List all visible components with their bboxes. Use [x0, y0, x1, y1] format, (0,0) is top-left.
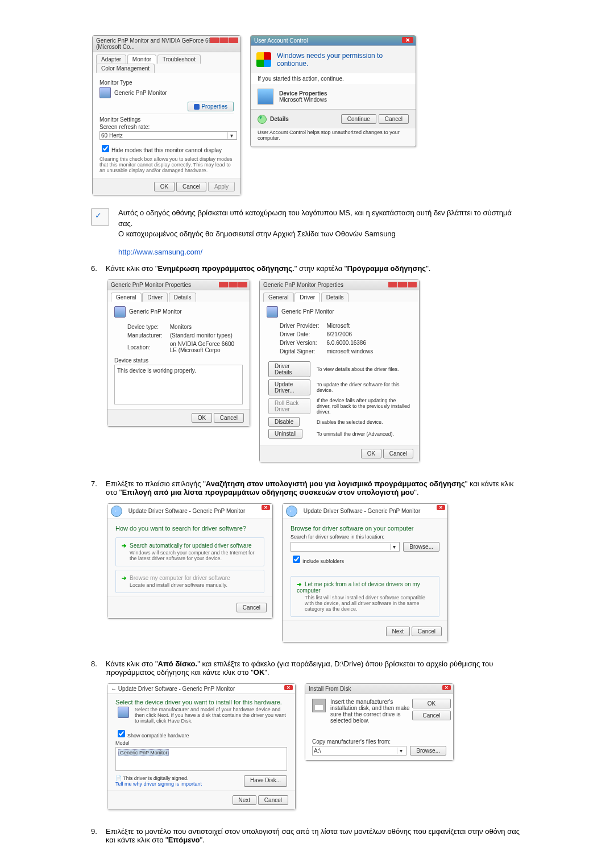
option-browse-computer[interactable]: ➔Browse my computer for driver software …	[115, 570, 264, 593]
tab-color-management[interactable]: Color Management	[96, 64, 155, 73]
monitor-type-label: Monitor Type	[99, 80, 234, 86]
chevron-down-icon: ▾	[397, 748, 405, 754]
next-button[interactable]: Next	[386, 627, 410, 636]
uac-title: User Account Control	[254, 37, 308, 44]
refresh-rate-label: Screen refresh rate:	[99, 124, 234, 130]
dialog-titlebar: Generic PnP Monitor Properties	[260, 280, 419, 290]
browse-button[interactable]: Browse...	[410, 746, 446, 756]
info-note: Αυτός ο οδηγός οθόνης βρίσκεται υπό κατο…	[91, 208, 523, 257]
cancel-button[interactable]: Cancel	[383, 449, 413, 458]
tab-details[interactable]: Details	[321, 293, 349, 302]
properties-general-dialog: Generic PnP Monitor Properties General D…	[107, 279, 250, 427]
tab-monitor[interactable]: Monitor	[127, 55, 156, 64]
uac-publisher: Microsoft Windows	[279, 97, 327, 103]
update-driver-wizard-browse: ← Update Driver Software - Generic PnP M…	[282, 503, 448, 642]
uac-titlebar: User Account Control ✕	[251, 36, 416, 46]
option-search-auto[interactable]: ➔Search automatically for updated driver…	[115, 537, 264, 566]
uninstall-button[interactable]: Uninstall	[268, 429, 302, 439]
chevron-down-icon: ▾	[390, 544, 398, 550]
uac-help-text: User Account Control helps stop unauthor…	[251, 128, 416, 147]
driver-details-button[interactable]: Driver Details	[268, 361, 310, 377]
include-subfolders-checkbox[interactable]	[293, 556, 300, 563]
back-icon[interactable]: ←	[111, 686, 117, 692]
uac-shield-icon	[256, 52, 271, 67]
device-status-box: This device is working properly.	[114, 365, 243, 404]
monitor-icon	[114, 306, 126, 318]
tab-adapter[interactable]: Adapter	[96, 55, 126, 64]
hide-modes-checkbox[interactable]	[102, 145, 109, 152]
update-driver-wizard-search: ← Update Driver Software - Generic PnP M…	[107, 503, 273, 619]
ok-button[interactable]: OK	[361, 449, 381, 458]
properties-button[interactable]: Properties	[188, 102, 234, 111]
ok-button[interactable]: OK	[192, 413, 212, 423]
location-combo[interactable]: ▾	[291, 542, 400, 552]
apply-button[interactable]: Apply	[208, 182, 235, 191]
browse-button[interactable]: Browse...	[403, 542, 439, 552]
tab-driver[interactable]: Driver	[294, 293, 320, 302]
note-check-icon	[91, 208, 109, 226]
ok-button[interactable]: OK	[154, 182, 175, 191]
tab-driver[interactable]: Driver	[142, 293, 168, 302]
monitor-icon	[118, 707, 129, 718]
close-icon[interactable]: ✕	[437, 505, 445, 510]
refresh-rate-select[interactable]: 60 Hertz▾	[99, 131, 237, 140]
next-button[interactable]: Next	[233, 795, 257, 805]
signing-info-link[interactable]: Tell me why driver signing is important	[115, 781, 202, 787]
wizard-question: How do you want to search for driver sof…	[107, 519, 272, 534]
window-buttons	[388, 282, 417, 289]
back-icon[interactable]: ←	[286, 506, 297, 517]
dialog-titlebar: Generic PnP Monitor Properties	[107, 280, 250, 290]
show-compatible-checkbox[interactable]	[118, 730, 125, 737]
wizard-heading: Browse for driver software on your compu…	[283, 519, 447, 534]
option-pick-from-list[interactable]: ➔Let me pick from a list of device drive…	[291, 576, 439, 617]
update-driver-button[interactable]: Update Driver...	[268, 379, 310, 395]
model-item[interactable]: Generic PnP Monitor	[118, 749, 169, 756]
close-icon[interactable]: ✕	[262, 505, 270, 510]
have-disk-button[interactable]: Have Disk...	[244, 775, 287, 787]
cancel-button[interactable]: Cancel	[176, 182, 206, 191]
close-icon[interactable]: ✕	[402, 37, 413, 43]
tab-details[interactable]: Details	[169, 293, 197, 302]
select-device-driver-dialog: ← Update Driver Software - Generic PnP M…	[107, 683, 296, 810]
cancel-button[interactable]: Cancel	[412, 627, 442, 636]
window-buttons	[209, 37, 238, 44]
back-icon[interactable]: ←	[111, 506, 122, 517]
floppy-icon	[312, 699, 326, 712]
samsung-link[interactable]: http://www.samsung.com/	[118, 248, 202, 256]
install-from-disk-dialog: Install From Disk ✕ Insert the manufactu…	[305, 683, 454, 761]
disable-button[interactable]: Disable	[268, 417, 300, 427]
uac-details-label[interactable]: Details	[270, 116, 341, 122]
tab-general[interactable]: General	[111, 293, 142, 302]
close-icon[interactable]: ✕	[284, 685, 293, 690]
path-combo[interactable]: A:\▾	[312, 746, 406, 756]
hide-modes-hint: Clearing this check box allows you to se…	[99, 156, 234, 173]
tab-troubleshoot[interactable]: Troubleshoot	[157, 55, 201, 64]
roll-back-driver-button[interactable]: Roll Back Driver	[268, 398, 310, 414]
continue-button[interactable]: Continue	[341, 114, 376, 124]
step-7: 7. Επιλέξτε το πλαίσιο επιλογής "Αναζήτη…	[91, 479, 523, 644]
cancel-button[interactable]: Cancel	[412, 711, 451, 720]
wizard-heading: Select the device driver you want to ins…	[107, 694, 295, 707]
uac-program-name: Device Properties	[279, 90, 327, 97]
top-screenshots-row: Generic PnP Monitor and NVIDIA GeForce 6…	[91, 34, 523, 197]
uac-started-text: If you started this action, continue.	[251, 73, 416, 84]
cancel-button[interactable]: Cancel	[237, 603, 267, 612]
chevron-down-icon: ▾	[227, 132, 235, 139]
arrow-icon: ➔	[297, 581, 301, 587]
close-icon[interactable]: ✕	[442, 685, 451, 690]
properties-driver-dialog: Generic PnP Monitor Properties General D…	[259, 279, 420, 462]
cancel-button[interactable]: Cancel	[214, 413, 244, 423]
arrow-icon: ➔	[122, 542, 126, 549]
cancel-button[interactable]: Cancel	[258, 795, 288, 805]
cancel-button[interactable]: Cancel	[379, 114, 409, 124]
model-listbox[interactable]: Generic PnP Monitor	[115, 747, 287, 771]
hide-modes-label: Hide modes that this monitor cannot disp…	[111, 147, 222, 153]
ok-button[interactable]: OK	[412, 699, 451, 708]
note-line2: Ο κατοχυρωμένος οδηγός θα δημοσιευτεί στ…	[118, 229, 523, 239]
details-expand-icon[interactable]	[258, 115, 267, 124]
program-icon	[258, 89, 273, 105]
tab-general[interactable]: General	[263, 293, 294, 302]
step-9: 9. Επιλέξτε το μοντέλο που αντιστοιχεί σ…	[91, 827, 523, 844]
window-buttons	[218, 282, 247, 289]
step8-number: 8.	[91, 660, 106, 811]
